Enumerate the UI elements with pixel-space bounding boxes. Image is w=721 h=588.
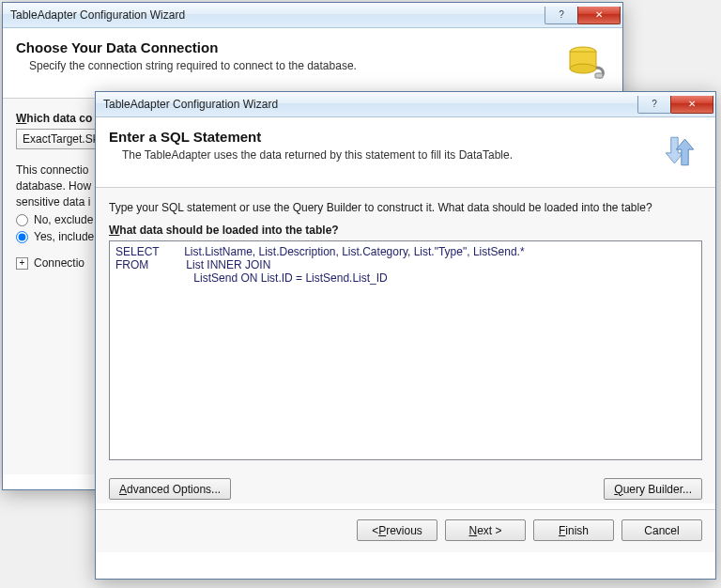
close-icon: ✕ (688, 99, 696, 109)
front-header-panel: Enter a SQL Statement The TableAdapter u… (96, 117, 715, 188)
help-button[interactable]: ? (637, 96, 671, 114)
front-subheading: The TableAdapter uses the data returned … (109, 148, 646, 162)
help-icon: ? (559, 9, 564, 20)
close-button[interactable]: ✕ (577, 7, 621, 24)
instruction-text: Type your SQL statement or use the Query… (109, 201, 702, 214)
close-icon: ✕ (595, 9, 603, 20)
cancel-button[interactable]: Cancel (621, 519, 702, 541)
finish-button[interactable]: Finish (533, 519, 614, 541)
wizard-button-row: < Previous Next > Finish Cancel (96, 510, 715, 552)
aux-button-row: Advanced Options... Query Builder... (96, 472, 715, 503)
radio-yes[interactable] (16, 231, 28, 243)
front-window: TableAdapter Configuration Wizard ? ✕ En… (95, 91, 716, 580)
database-icon (564, 39, 609, 85)
plus-icon: + (16, 257, 28, 270)
dropdown-value: ExactTarget.Sk (23, 132, 99, 146)
front-heading: Enter a SQL Statement (109, 129, 646, 145)
back-titlebar[interactable]: TableAdapter Configuration Wizard ? ✕ (3, 3, 622, 28)
front-window-controls: ? ✕ (638, 96, 715, 114)
back-window-controls: ? ✕ (545, 7, 622, 24)
previous-button[interactable]: < Previous (357, 519, 437, 541)
advanced-options-button[interactable]: Advanced Options... (109, 478, 231, 500)
back-subheading: Specify the connection string required t… (16, 59, 553, 72)
back-window-title: TableAdapter Configuration Wizard (10, 8, 545, 22)
front-titlebar[interactable]: TableAdapter Configuration Wizard ? ✕ (96, 92, 715, 117)
back-heading: Choose Your Data Connection (16, 39, 553, 55)
query-builder-button[interactable]: Query Builder... (604, 478, 702, 500)
arrows-icon (657, 129, 702, 174)
help-button[interactable]: ? (545, 7, 578, 24)
close-button[interactable]: ✕ (670, 96, 713, 114)
front-content: Type your SQL statement or use the Query… (96, 188, 715, 472)
field-label: What data should be loaded into the tabl… (109, 224, 702, 237)
svg-rect-3 (595, 73, 603, 78)
next-button[interactable]: Next > (445, 519, 526, 541)
radio-no-label: No, exclude (34, 213, 93, 226)
svg-point-2 (570, 64, 596, 73)
expand-label: Connectio (34, 256, 84, 270)
back-header-panel: Choose Your Data Connection Specify the … (3, 28, 622, 99)
radio-yes-label: Yes, include (34, 230, 94, 243)
help-icon: ? (652, 99, 657, 109)
radio-no[interactable] (16, 214, 28, 226)
sql-textarea[interactable] (109, 240, 702, 460)
front-window-title: TableAdapter Configuration Wizard (103, 98, 638, 111)
